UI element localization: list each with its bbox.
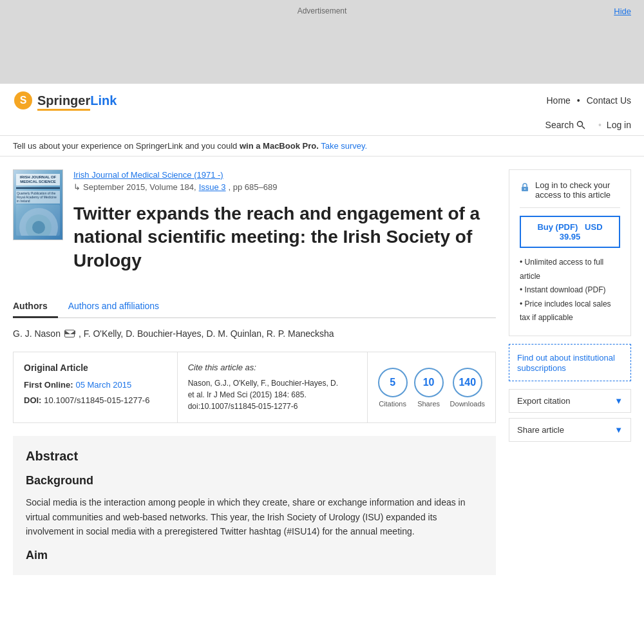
background-text: Social media is the interaction among pe… — [26, 495, 483, 538]
buy-label: Buy (PDF) — [537, 222, 578, 232]
export-chevron: ▼ — [614, 396, 623, 406]
header-search-row: Search • Log in — [0, 117, 644, 135]
doi: DOI: 10.1007/s11845-015-1277-6 — [24, 395, 154, 405]
header-top: S SpringerLink Home • Contact Us — [0, 84, 644, 117]
springer-logo-icon: S — [13, 90, 33, 111]
email-icon[interactable] — [64, 330, 75, 337]
background-heading: Background — [26, 474, 483, 488]
metrics-section: 5 Citations 10 Shares 140 Downloads — [367, 352, 495, 422]
citations-label: Citations — [379, 400, 406, 408]
login-link[interactable]: Log in — [607, 120, 631, 130]
logo-link: Link — [90, 93, 117, 108]
arrow-icon: ↳ — [73, 182, 80, 192]
journal-pages: , pp 685–689 — [229, 182, 278, 192]
svg-point-6 — [32, 221, 45, 234]
journal-cover: IRISH JOURNAL OF MEDICAL SCIENCE Quarter… — [13, 169, 63, 240]
citations-circle: 5 — [378, 368, 408, 397]
search-label: Search — [545, 120, 574, 130]
access-login-text: Log in to check your access to this arti… — [535, 180, 620, 200]
export-citation-box[interactable]: Export citation ▼ — [509, 389, 631, 413]
content-area: IRISH JOURNAL OF MEDICAL SCIENCE Quarter… — [13, 169, 496, 588]
share-chevron: ▼ — [614, 425, 623, 435]
logo-text: SpringerLink — [37, 93, 117, 108]
access-features: Unlimited access to full article Instant… — [520, 256, 620, 325]
logo-springer: Springer — [37, 93, 90, 111]
cite-section: Cite this article as: Nason, G.J., O'Kel… — [177, 352, 354, 422]
ad-banner: Advertisement Hide — [0, 0, 644, 84]
abstract-section: Abstract Background Social media is the … — [13, 436, 496, 575]
cite-text: Nason, G.J., O'Kelly, F., Bouchier-Hayes… — [188, 377, 344, 412]
header: S SpringerLink Home • Contact Us Search … — [0, 84, 644, 136]
share-article-box[interactable]: Share article ▼ — [509, 418, 631, 442]
share-label: Share article — [517, 425, 564, 435]
doi-value: 10.1007/s11845-015-1277-6 — [44, 395, 149, 405]
article-info-row: Original Article First Online: 05 March … — [13, 352, 496, 423]
lock-icon — [520, 182, 530, 192]
survey-text-before: Tell us about your experience on Springe… — [13, 141, 240, 151]
logo[interactable]: S SpringerLink — [13, 90, 117, 111]
nav-dot: • — [577, 95, 580, 106]
header-nav: Home • Contact Us — [546, 95, 631, 106]
journal-info: Irish Journal of Medical Science (1971 -… — [73, 169, 496, 285]
downloads-circle: 140 — [453, 368, 482, 397]
journal-meta: ↳ September 2015, Volume 184, Issue 3 , … — [73, 182, 496, 192]
svg-point-8 — [524, 189, 526, 190]
abstract-title: Abstract — [26, 449, 483, 464]
tab-authors[interactable]: Authors — [13, 296, 58, 318]
article-meta-left: Original Article First Online: 05 March … — [14, 352, 164, 422]
svg-text:S: S — [20, 95, 27, 106]
doi-label: DOI: — [24, 395, 41, 405]
authors-tabs: Authors Authors and affiliations — [13, 296, 496, 318]
metric-shares: 10 Shares — [414, 368, 444, 408]
first-online-value[interactable]: 05 March 2015 — [75, 380, 131, 390]
ad-hide-link[interactable]: Hide — [614, 6, 631, 16]
contact-us-link[interactable]: Contact Us — [587, 95, 631, 106]
shares-label: Shares — [417, 400, 440, 408]
search-icon — [576, 120, 585, 129]
feature-2: Instant download (PDF) — [520, 283, 620, 298]
downloads-label: Downloads — [450, 400, 485, 408]
search-link[interactable]: Search — [545, 120, 585, 130]
search-login-sep: • — [598, 120, 601, 130]
first-online: First Online: 05 March 2015 — [24, 379, 154, 390]
article-type: Original Article — [24, 363, 154, 373]
cite-label: Cite this article as: — [188, 363, 344, 372]
survey-link[interactable]: Take survey. — [321, 141, 367, 151]
svg-line-3 — [582, 126, 585, 129]
authors-list: G. J. Nason , F. O'Kelly, D. Bouchier-Ha… — [13, 328, 496, 339]
main-container: IRISH JOURNAL OF MEDICAL SCIENCE Quarter… — [0, 156, 644, 601]
authors-rest: , F. O'Kelly, D. Bouchier-Hayes, D. M. Q… — [79, 328, 334, 339]
ad-label: Advertisement — [298, 6, 347, 15]
survey-bar: Tell us about your experience on Springe… — [0, 136, 644, 156]
journal-header: IRISH JOURNAL OF MEDICAL SCIENCE Quarter… — [13, 169, 496, 285]
survey-bold: win a MacBook Pro. — [240, 141, 319, 151]
home-link[interactable]: Home — [546, 95, 570, 106]
metric-downloads: 140 Downloads — [450, 368, 485, 408]
buy-button[interactable]: Buy (PDF) USD 39.95 — [520, 216, 620, 248]
journal-name-link[interactable]: Irish Journal of Medical Science (1971 -… — [73, 170, 223, 180]
aim-heading: Aim — [26, 549, 483, 562]
feature-3: Price includes local sales tax if applic… — [520, 298, 620, 325]
article-title: Twitter expands the reach and engagement… — [73, 202, 496, 272]
issue-link[interactable]: Issue 3 — [199, 182, 226, 192]
svg-point-2 — [577, 122, 582, 127]
author-first: G. J. Nason — [13, 328, 61, 339]
tab-affiliations[interactable]: Authors and affiliations — [68, 296, 169, 318]
shares-circle: 10 — [414, 368, 444, 397]
export-label: Export citation — [517, 396, 570, 406]
journal-meta-text: September 2015, Volume 184, — [83, 182, 196, 192]
institutional-link[interactable]: Find out about institutional subscriptio… — [517, 353, 615, 373]
institutional-box: Find out about institutional subscriptio… — [509, 344, 631, 381]
sidebar: Log in to check your access to this arti… — [509, 169, 631, 588]
first-online-label: First Online: — [24, 380, 73, 390]
cover-image — [16, 205, 60, 236]
metric-citations: 5 Citations — [378, 368, 408, 408]
access-box: Log in to check your access to this arti… — [509, 169, 631, 336]
feature-1: Unlimited access to full article — [520, 256, 620, 283]
access-login: Log in to check your access to this arti… — [520, 180, 620, 208]
